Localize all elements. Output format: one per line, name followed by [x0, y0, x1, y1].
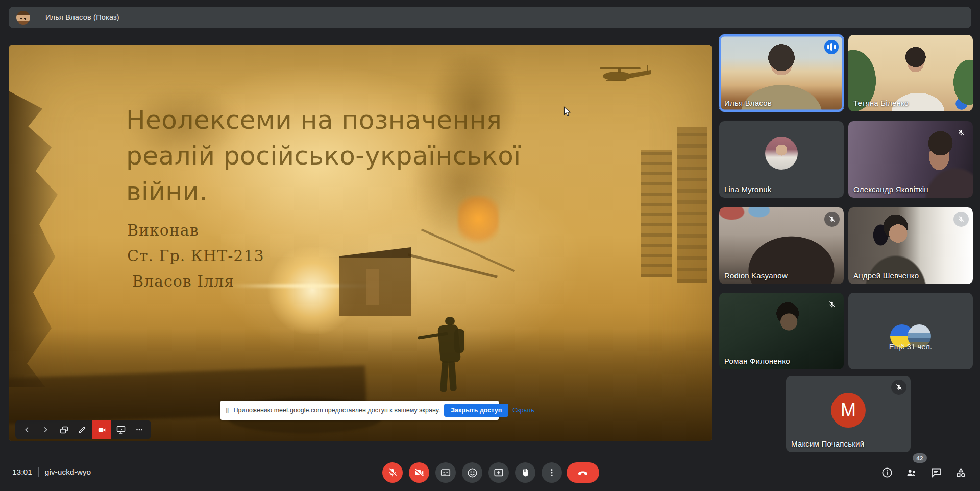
meeting-code: giv-uckd-wyo — [45, 467, 91, 477]
overflow-count-label: Ещё 31 чел. — [848, 342, 973, 351]
info-button[interactable] — [880, 465, 894, 480]
participant-name: Lina Myronuk — [724, 185, 771, 194]
screen-share-notification: ‖ Приложению meet.google.com предоставле… — [220, 401, 499, 420]
participant-tile[interactable]: Rodion Kasyanow — [719, 207, 844, 284]
share-screen-button[interactable] — [112, 420, 130, 439]
end-call-button[interactable] — [567, 462, 599, 483]
camera-button-active[interactable] — [92, 420, 111, 439]
participant-tile[interactable]: Lina Myronuk — [719, 121, 844, 198]
slide-title: Неолексеми на позначення реалій російськ… — [126, 102, 521, 209]
divider — [38, 467, 39, 477]
chat-button[interactable] — [929, 465, 943, 480]
participant-name: Rodion Kasyanow — [724, 271, 788, 280]
mic-muted-icon — [824, 212, 840, 227]
participant-tile[interactable]: Андрей Шевченко — [848, 207, 973, 284]
clock-time: 13:01 — [12, 467, 32, 477]
participant-name: Роман Филоненко — [724, 357, 790, 365]
shared-screen-presentation[interactable]: Неолексеми на позначення реалій російськ… — [9, 45, 712, 441]
meeting-info: 13:01 giv-uckd-wyo — [12, 467, 91, 477]
people-button[interactable] — [904, 465, 919, 480]
avatar-initial: M — [831, 393, 866, 428]
participant-name: Илья Власов — [724, 99, 772, 107]
participant-name: Тетяна Біленко — [853, 99, 909, 107]
presenter-label: Илья Власов (Показ) — [45, 13, 119, 21]
participant-tile[interactable]: MМаксим Почапський — [786, 376, 911, 452]
mic-muted-icon — [953, 212, 969, 227]
activities-button[interactable] — [953, 465, 968, 480]
participant-tile[interactable]: Роман Филоненко — [719, 293, 844, 369]
mouse-cursor — [564, 106, 572, 118]
mic-off-button[interactable] — [382, 462, 403, 483]
destroyed-building-art — [366, 269, 379, 305]
slide-author-block: Виконав Ст. Гр. КНТ-213 Власов Ілля — [127, 218, 264, 294]
share-notification-message: Приложению meet.google.com предоставлен … — [233, 407, 440, 414]
participant-tile[interactable]: Олександр Яковіткін — [848, 121, 973, 198]
annotate-pen-button[interactable] — [74, 420, 91, 439]
participant-tile[interactable]: Илья Власов — [719, 35, 844, 111]
camera-off-button[interactable] — [409, 462, 429, 483]
reactions-emoji-button[interactable] — [462, 462, 482, 483]
presentation-toolbar — [15, 420, 151, 439]
raise-hand-button[interactable] — [515, 462, 535, 483]
soldier-silhouette — [420, 315, 481, 402]
more-options-button[interactable] — [542, 462, 562, 483]
building-silhouette — [641, 150, 672, 277]
present-screen-button[interactable] — [488, 462, 509, 483]
participant-name: Максим Почапський — [791, 439, 864, 448]
helicopter-silhouette — [591, 62, 657, 88]
next-slide-button[interactable] — [37, 420, 54, 439]
pause-bars-icon: ‖ — [226, 407, 229, 414]
participant-name: Олександр Яковіткін — [853, 185, 928, 194]
mic-muted-icon — [891, 380, 906, 395]
toolbar-more-button[interactable] — [131, 420, 148, 439]
slides-overview-button[interactable] — [55, 420, 72, 439]
participant-name: Андрей Шевченко — [853, 271, 919, 280]
captions-button[interactable] — [435, 462, 456, 483]
participant-tile[interactable]: Тетяна Біленко — [848, 35, 973, 111]
mic-muted-icon — [824, 297, 840, 312]
participant-count-badge: 42 — [913, 453, 927, 463]
presenter-banner: Илья Власов (Показ) — [9, 7, 971, 28]
prev-slide-button[interactable] — [18, 420, 36, 439]
overflow-tile[interactable]: Ещё 31 чел. — [848, 293, 973, 369]
stop-sharing-button[interactable]: Закрыть доступ — [444, 404, 508, 417]
mic-muted-icon — [953, 125, 969, 141]
presenter-avatar — [16, 11, 30, 25]
hide-notification-link[interactable]: Скрыть — [512, 407, 534, 414]
building-silhouette — [677, 127, 707, 283]
avatar — [765, 137, 798, 170]
speaking-indicator-icon — [824, 40, 839, 54]
